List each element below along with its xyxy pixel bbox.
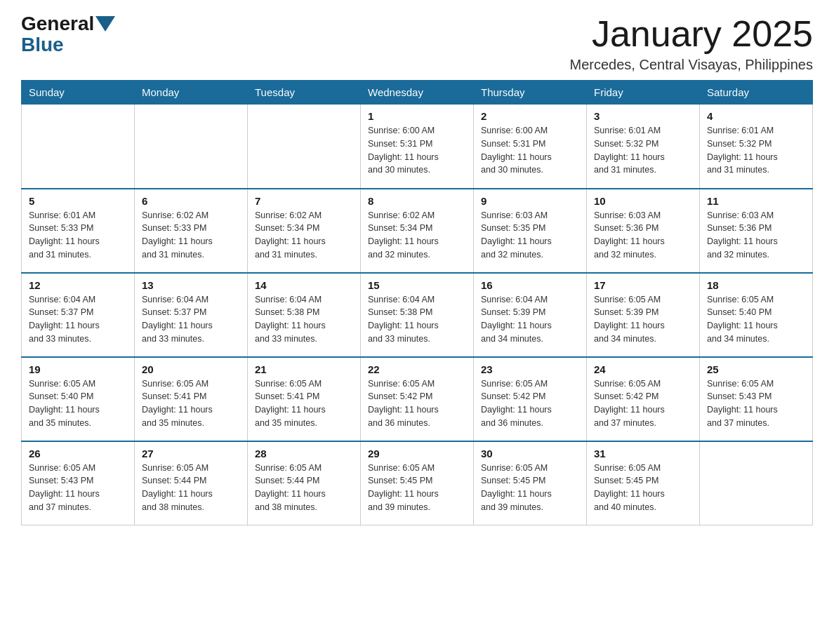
calendar-cell: 31Sunrise: 6:05 AM Sunset: 5:45 PM Dayli…: [587, 441, 700, 525]
day-info: Sunrise: 6:05 AM Sunset: 5:41 PM Dayligh…: [142, 377, 240, 430]
calendar-cell: 14Sunrise: 6:04 AM Sunset: 5:38 PM Dayli…: [248, 273, 361, 357]
day-info: Sunrise: 6:03 AM Sunset: 5:36 PM Dayligh…: [594, 209, 692, 262]
calendar-cell: 16Sunrise: 6:04 AM Sunset: 5:39 PM Dayli…: [474, 273, 587, 357]
calendar-week-row: 26Sunrise: 6:05 AM Sunset: 5:43 PM Dayli…: [22, 441, 813, 525]
day-info: Sunrise: 6:05 AM Sunset: 5:44 PM Dayligh…: [142, 462, 240, 514]
day-number: 29: [368, 448, 466, 459]
calendar-cell: 28Sunrise: 6:05 AM Sunset: 5:44 PM Dayli…: [248, 441, 361, 525]
calendar-cell: 22Sunrise: 6:05 AM Sunset: 5:42 PM Dayli…: [361, 357, 474, 441]
calendar-cell: 9Sunrise: 6:03 AM Sunset: 5:35 PM Daylig…: [474, 189, 587, 273]
calendar-cell: 2Sunrise: 6:00 AM Sunset: 5:31 PM Daylig…: [474, 105, 587, 189]
day-number: 7: [255, 195, 353, 207]
day-info: Sunrise: 6:05 AM Sunset: 5:41 PM Dayligh…: [255, 377, 353, 430]
weekday-header-monday: Monday: [135, 81, 248, 105]
day-info: Sunrise: 6:05 AM Sunset: 5:43 PM Dayligh…: [707, 377, 805, 430]
day-number: 17: [594, 279, 692, 291]
day-number: 14: [255, 279, 353, 291]
day-number: 24: [594, 363, 692, 375]
calendar-cell: 17Sunrise: 6:05 AM Sunset: 5:39 PM Dayli…: [587, 273, 700, 357]
calendar-cell: 30Sunrise: 6:05 AM Sunset: 5:45 PM Dayli…: [474, 441, 587, 525]
calendar-cell: 7Sunrise: 6:02 AM Sunset: 5:34 PM Daylig…: [248, 189, 361, 273]
calendar-cell: 18Sunrise: 6:05 AM Sunset: 5:40 PM Dayli…: [700, 273, 813, 357]
weekday-header-friday: Friday: [587, 81, 700, 105]
day-number: 19: [29, 363, 127, 375]
calendar-cell: 3Sunrise: 6:01 AM Sunset: 5:32 PM Daylig…: [587, 105, 700, 189]
day-info: Sunrise: 6:05 AM Sunset: 5:42 PM Dayligh…: [368, 377, 466, 430]
day-info: Sunrise: 6:05 AM Sunset: 5:45 PM Dayligh…: [481, 462, 579, 514]
day-info: Sunrise: 6:04 AM Sunset: 5:37 PM Dayligh…: [142, 293, 240, 346]
calendar-cell: [248, 105, 361, 189]
day-number: 25: [707, 363, 805, 375]
calendar-title: January 2025: [570, 14, 813, 54]
page-header: General Blue January 2025 Mercedes, Cent…: [21, 14, 813, 73]
day-info: Sunrise: 6:04 AM Sunset: 5:37 PM Dayligh…: [29, 293, 127, 346]
day-info: Sunrise: 6:00 AM Sunset: 5:31 PM Dayligh…: [368, 124, 466, 177]
day-info: Sunrise: 6:02 AM Sunset: 5:34 PM Dayligh…: [255, 209, 353, 262]
logo-general-text: General: [21, 14, 94, 34]
day-number: 26: [29, 448, 127, 459]
weekday-header-wednesday: Wednesday: [361, 81, 474, 105]
calendar-table: SundayMondayTuesdayWednesdayThursdayFrid…: [21, 80, 813, 525]
day-number: 27: [142, 448, 240, 459]
day-info: Sunrise: 6:03 AM Sunset: 5:36 PM Dayligh…: [707, 209, 805, 262]
weekday-header-thursday: Thursday: [474, 81, 587, 105]
calendar-cell: [135, 105, 248, 189]
day-number: 22: [368, 363, 466, 375]
day-number: 10: [594, 195, 692, 207]
calendar-cell: 8Sunrise: 6:02 AM Sunset: 5:34 PM Daylig…: [361, 189, 474, 273]
weekday-header-tuesday: Tuesday: [248, 81, 361, 105]
day-info: Sunrise: 6:05 AM Sunset: 5:42 PM Dayligh…: [594, 377, 692, 430]
day-info: Sunrise: 6:05 AM Sunset: 5:44 PM Dayligh…: [255, 462, 353, 514]
calendar-cell: 24Sunrise: 6:05 AM Sunset: 5:42 PM Dayli…: [587, 357, 700, 441]
day-number: 4: [707, 110, 805, 122]
calendar-cell: 10Sunrise: 6:03 AM Sunset: 5:36 PM Dayli…: [587, 189, 700, 273]
day-number: 16: [481, 279, 579, 291]
day-info: Sunrise: 6:05 AM Sunset: 5:40 PM Dayligh…: [707, 293, 805, 346]
day-number: 18: [707, 279, 805, 291]
calendar-subtitle: Mercedes, Central Visayas, Philippines: [570, 57, 813, 73]
day-info: Sunrise: 6:02 AM Sunset: 5:34 PM Dayligh…: [368, 209, 466, 262]
day-number: 12: [29, 279, 127, 291]
day-info: Sunrise: 6:00 AM Sunset: 5:31 PM Dayligh…: [481, 124, 579, 177]
day-number: 5: [29, 195, 127, 207]
calendar-cell: 21Sunrise: 6:05 AM Sunset: 5:41 PM Dayli…: [248, 357, 361, 441]
day-number: 23: [481, 363, 579, 375]
calendar-cell: 19Sunrise: 6:05 AM Sunset: 5:40 PM Dayli…: [22, 357, 135, 441]
day-info: Sunrise: 6:04 AM Sunset: 5:38 PM Dayligh…: [255, 293, 353, 346]
calendar-cell: 13Sunrise: 6:04 AM Sunset: 5:37 PM Dayli…: [135, 273, 248, 357]
title-block: January 2025 Mercedes, Central Visayas, …: [570, 14, 813, 73]
day-info: Sunrise: 6:01 AM Sunset: 5:32 PM Dayligh…: [707, 124, 805, 177]
day-info: Sunrise: 6:05 AM Sunset: 5:43 PM Dayligh…: [29, 462, 127, 514]
calendar-week-row: 1Sunrise: 6:00 AM Sunset: 5:31 PM Daylig…: [22, 105, 813, 189]
day-info: Sunrise: 6:05 AM Sunset: 5:40 PM Dayligh…: [29, 377, 127, 430]
calendar-cell: 26Sunrise: 6:05 AM Sunset: 5:43 PM Dayli…: [22, 441, 135, 525]
day-number: 15: [368, 279, 466, 291]
day-number: 13: [142, 279, 240, 291]
calendar-cell: 6Sunrise: 6:02 AM Sunset: 5:33 PM Daylig…: [135, 189, 248, 273]
day-number: 2: [481, 110, 579, 122]
calendar-week-row: 19Sunrise: 6:05 AM Sunset: 5:40 PM Dayli…: [22, 357, 813, 441]
day-number: 30: [481, 448, 579, 459]
day-info: Sunrise: 6:04 AM Sunset: 5:39 PM Dayligh…: [481, 293, 579, 346]
calendar-cell: 1Sunrise: 6:00 AM Sunset: 5:31 PM Daylig…: [361, 105, 474, 189]
day-info: Sunrise: 6:02 AM Sunset: 5:33 PM Dayligh…: [142, 209, 240, 262]
day-number: 31: [594, 448, 692, 459]
day-number: 11: [707, 195, 805, 207]
weekday-header-saturday: Saturday: [700, 81, 813, 105]
calendar-cell: 11Sunrise: 6:03 AM Sunset: 5:36 PM Dayli…: [700, 189, 813, 273]
logo: General Blue: [21, 14, 115, 56]
day-number: 20: [142, 363, 240, 375]
calendar-cell: 12Sunrise: 6:04 AM Sunset: 5:37 PM Dayli…: [22, 273, 135, 357]
day-info: Sunrise: 6:05 AM Sunset: 5:45 PM Dayligh…: [594, 462, 692, 514]
day-number: 6: [142, 195, 240, 207]
calendar-week-row: 5Sunrise: 6:01 AM Sunset: 5:33 PM Daylig…: [22, 189, 813, 273]
weekday-header-sunday: Sunday: [22, 81, 135, 105]
day-number: 28: [255, 448, 353, 459]
day-info: Sunrise: 6:01 AM Sunset: 5:33 PM Dayligh…: [29, 209, 127, 262]
calendar-cell: 5Sunrise: 6:01 AM Sunset: 5:33 PM Daylig…: [22, 189, 135, 273]
day-info: Sunrise: 6:01 AM Sunset: 5:32 PM Dayligh…: [594, 124, 692, 177]
day-info: Sunrise: 6:03 AM Sunset: 5:35 PM Dayligh…: [481, 209, 579, 262]
logo-arrow-icon: [95, 16, 115, 32]
day-number: 8: [368, 195, 466, 207]
logo-text: General: [21, 14, 115, 34]
